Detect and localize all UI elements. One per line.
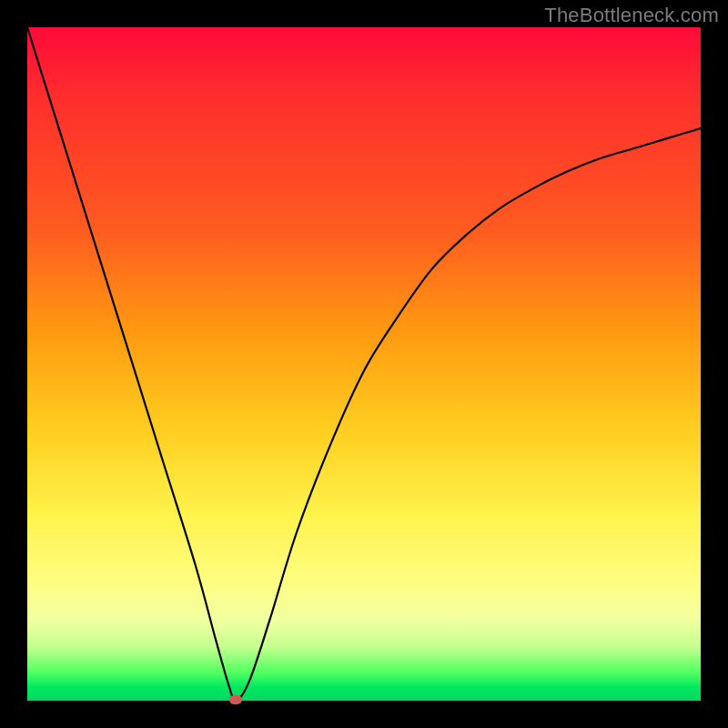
bottleneck-curve (27, 27, 701, 701)
plot-area (27, 27, 701, 701)
watermark-text: TheBottleneck.com (544, 4, 719, 27)
chart-frame: TheBottleneck.com (0, 0, 728, 728)
minimum-marker (229, 695, 242, 704)
